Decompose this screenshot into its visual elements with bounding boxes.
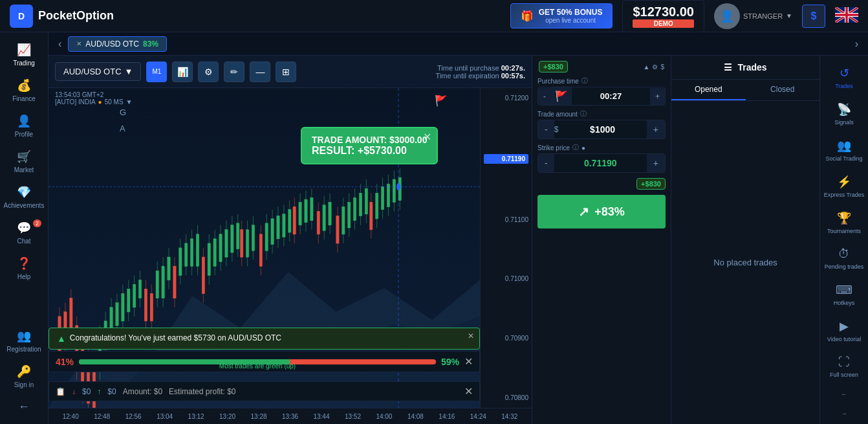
expiry-time: 00:57s. — [501, 72, 525, 80]
currency-symbol: $ — [811, 10, 817, 22]
chart-grid[interactable]: ⊞ — [276, 61, 296, 82]
logo-light: Pocket — [38, 9, 76, 22]
amount-plus-btn[interactable]: + — [647, 120, 665, 139]
chart-timeframe-btn[interactable]: M1 — [146, 61, 167, 82]
time-label-10: 14:00 — [369, 413, 400, 420]
strike-price-label: Strike price ⓘ ● — [537, 143, 666, 152]
language-flag[interactable] — [835, 7, 858, 25]
right-item-fullscreen[interactable]: ⛶ Full screen — [820, 350, 868, 383]
sidebar-item-back[interactable]: ← — [0, 395, 48, 419]
trade-amount-label-text: Trade amount ⓘ — [537, 109, 666, 118]
congrats-close[interactable]: ✕ — [468, 331, 474, 340]
sidebar-label-finance: Finance — [12, 95, 36, 102]
price-p4: 0.71000 — [484, 275, 528, 282]
logo-bold: Option — [76, 9, 114, 22]
amount-minus-btn[interactable]: - — [538, 120, 554, 139]
up-amount: $0 — [82, 387, 91, 396]
trade-amount-info: ⓘ — [580, 109, 587, 118]
chart-minus[interactable]: — — [250, 61, 270, 82]
panel-controls: +$830 ▲ ⚙ $ — [537, 61, 666, 73]
panel-chevron-up[interactable]: ▲ — [644, 63, 650, 71]
tab-close-btn[interactable]: ✕ — [76, 40, 81, 47]
right-trades-icon: ↺ — [840, 66, 849, 80]
asset-chevron: ▼ — [125, 67, 133, 76]
trade-amount-field: Trade amount ⓘ - $ $1000 + — [537, 109, 666, 139]
buy-button[interactable]: ↗ +83% — [537, 195, 666, 229]
time-label-11: 14:08 — [400, 413, 431, 420]
right-video-label: Video tutorial — [827, 336, 861, 342]
tab-nav-left[interactable]: ‹ — [55, 38, 65, 50]
tab-item-audusd[interactable]: ✕ AUD/USD OTC 83% — [68, 36, 167, 52]
right-item-video[interactable]: ▶ Video tutorial — [820, 314, 868, 348]
strike-minus-btn[interactable]: - — [538, 154, 554, 172]
chart-type-bar[interactable]: 📊 — [172, 61, 193, 82]
tab-bar: ‹ ✕ AUD/USD OTC 83% › — [49, 32, 868, 56]
sidebar-label-chat: Chat — [17, 238, 30, 245]
achievements-icon: 💎 — [17, 185, 31, 199]
asset-selector[interactable]: AUD/USD OTC ▼ — [55, 62, 141, 81]
tab-asset: AUD/USD OTC — [85, 39, 139, 49]
sidebar-label-achievements: Achievements — [4, 202, 45, 209]
time-label-13: 14:24 — [462, 413, 494, 420]
right-item-signals[interactable]: 📡 Signals — [820, 97, 868, 131]
right-item-tournaments[interactable]: 🏆 Tournaments — [820, 206, 868, 240]
strike-plus-btn[interactable]: + — [647, 154, 665, 172]
main-content: ‹ ✕ AUD/USD OTC 83% › AUD/USD OTC — [49, 32, 868, 424]
time-label-4: 13:12 — [180, 413, 212, 420]
time-axis: 12:40 12:48 12:56 13:04 13:12 13:20 13:2… — [49, 408, 532, 424]
time-label-12: 14:16 — [431, 413, 462, 420]
sidebar-item-chat[interactable]: 💬 2 Chat — [0, 216, 48, 250]
logo: D PocketOption — [10, 5, 114, 28]
sidebar-item-help[interactable]: ❓ Help — [0, 251, 48, 285]
trade-input-close[interactable]: ✕ — [464, 385, 473, 397]
panel-settings-icon[interactable]: ⚙ — [652, 63, 658, 71]
time-minus-btn[interactable]: - — [538, 88, 551, 105]
sidebar-item-achievements[interactable]: 💎 Achievements — [0, 180, 48, 214]
right-item-express[interactable]: ⚡ Express Trades — [820, 170, 868, 203]
user-profile[interactable]: 👤 STRANGER ▼ — [714, 3, 792, 29]
sidebar-item-signin[interactable]: 🔑 Sign in — [0, 359, 48, 394]
sidebar-item-finance[interactable]: 💰 Finance — [0, 73, 48, 107]
demo-badge: DEMO — [633, 19, 694, 28]
strike-price-value: 0.71190 — [554, 158, 647, 168]
trade-input-icon: 📋 — [56, 387, 65, 396]
tab-closed[interactable]: Closed — [746, 80, 820, 100]
chart-marker-a: A — [120, 124, 125, 133]
chart-settings[interactable]: ⚙ — [198, 61, 219, 82]
top-header: D PocketOption 🎁 GET 50% BONUS open live… — [0, 0, 868, 32]
avatar[interactable]: 👤 — [714, 3, 740, 29]
right-item-social-trading[interactable]: 👥 Social Trading — [820, 133, 868, 167]
right-nav-right[interactable]: → — [839, 405, 850, 422]
right-social-icon: 👥 — [837, 139, 851, 153]
minus-icon: — — [255, 67, 265, 77]
trade-popup-close[interactable]: ✕ — [423, 131, 431, 143]
chart-marker-g: G — [120, 107, 126, 117]
bonus-button[interactable]: 🎁 GET 50% BONUS open live account — [510, 3, 613, 28]
chart-draw[interactable]: ✏ — [224, 61, 244, 82]
time-plus-btn[interactable]: + — [650, 88, 665, 105]
panel-dollar-icon[interactable]: $ — [660, 63, 664, 71]
sentiment-close[interactable]: ✕ — [464, 355, 473, 368]
expiry-label: Time until expiration — [436, 72, 499, 80]
right-item-hotkeys[interactable]: ⌨ Hotkeys — [820, 278, 868, 311]
sidebar-item-market[interactable]: 🛒 Market — [0, 144, 48, 179]
sidebar-item-trading[interactable]: 📈 Trading — [0, 38, 48, 72]
right-nav-left[interactable]: ← — [839, 386, 850, 403]
sidebar-item-profile[interactable]: 👤 Profile — [0, 109, 48, 143]
tab-nav-right[interactable]: › — [852, 38, 862, 50]
bull-pct: 59% — [441, 357, 459, 367]
right-item-trades[interactable]: ↺ Trades — [820, 61, 868, 95]
right-item-pending[interactable]: ⏱ Pending trades — [820, 242, 868, 275]
congrats-arrow: ▲ — [57, 333, 66, 344]
registration-icon: 👥 — [17, 329, 31, 343]
right-fullscreen-label: Full screen — [830, 372, 858, 378]
tab-opened[interactable]: Opened — [671, 80, 746, 100]
currency-selector[interactable]: $ — [802, 5, 825, 28]
sidebar-bottom: 👥 Registration 🔑 Sign in ← — [0, 324, 48, 419]
uk-flag-svg — [835, 7, 858, 23]
sidebar-item-registration[interactable]: 👥 Registration — [0, 324, 48, 358]
right-pending-icon: ⏱ — [838, 247, 850, 261]
pnl-badge-2: +$830 — [636, 178, 666, 190]
trade-result-label: RESULT: +$5730.00 — [312, 145, 427, 157]
purchase-label: Time until purchase — [437, 64, 499, 72]
